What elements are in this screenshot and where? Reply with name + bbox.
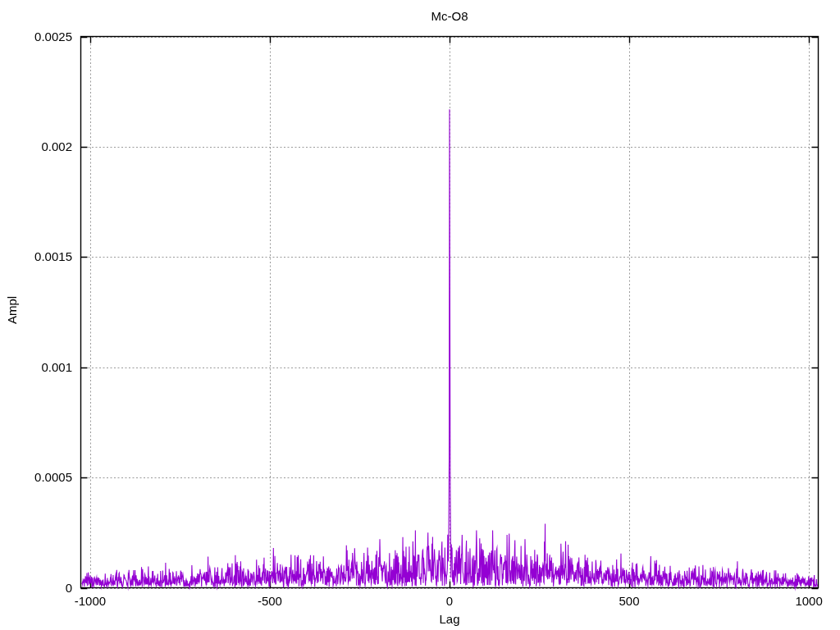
y-tick-label: 0 xyxy=(0,581,72,596)
gnuplot-figure: Mc-O8 Lag Ampl 00.00050.0010.00150.0020.… xyxy=(0,0,840,630)
plot-canvas xyxy=(0,0,840,630)
chart-title: Mc-O8 xyxy=(431,9,468,23)
y-tick-label: 0.001 xyxy=(0,360,72,375)
y-axis-label: Ampl xyxy=(5,296,19,324)
x-tick-label: -500 xyxy=(229,594,311,609)
y-tick-label: 0.0015 xyxy=(0,249,72,264)
y-tick-label: 0.002 xyxy=(0,139,72,154)
x-tick-label: 0 xyxy=(409,594,491,609)
x-tick-label: 1000 xyxy=(768,594,840,609)
x-tick-label: 500 xyxy=(588,594,670,609)
y-tick-label: 0.0025 xyxy=(0,30,72,44)
x-axis-label: Lag xyxy=(439,612,459,626)
y-tick-label: 0.0005 xyxy=(0,470,72,485)
x-tick-label: -1000 xyxy=(49,594,131,609)
